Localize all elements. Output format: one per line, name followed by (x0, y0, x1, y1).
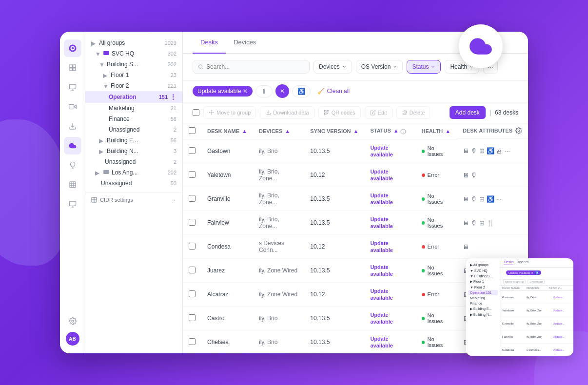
sidebar-item-marketing[interactable]: Marketing 21 (85, 103, 182, 114)
trash-icon (402, 110, 408, 116)
filter-devices[interactable]: Devices (314, 60, 352, 74)
row-checkbox[interactable] (189, 219, 196, 226)
chip-pause[interactable]: ⏸ (255, 85, 273, 97)
tab-devices[interactable]: Devices (226, 32, 264, 54)
select-all-checkbox[interactable] (193, 109, 199, 116)
sidebar-item-finance[interactable]: Finance 56 (85, 114, 182, 124)
cell-desk-attributes: 🖥 (457, 235, 528, 259)
close-icon: ✕ (280, 88, 285, 95)
sidebar-item-camera[interactable] (64, 98, 81, 116)
sidebar-item-lightbulb[interactable] (64, 156, 81, 174)
cloud-icon (459, 24, 503, 68)
sidebar-item-cloud[interactable] (64, 137, 81, 154)
qr-codes-button[interactable]: QR codes (318, 106, 361, 119)
avatar[interactable]: AB (66, 332, 79, 346)
search-input[interactable] (206, 63, 304, 70)
cell-status: Update available (364, 163, 415, 187)
chip-update-available[interactable]: Update available ✕ (193, 86, 253, 96)
cell-health: No Issues (416, 259, 457, 283)
cell-status: Update available (364, 211, 415, 235)
filter-os-version[interactable]: OS Version (356, 60, 403, 74)
cell-devices: ily, Brio (253, 139, 304, 163)
sidebar-item-floor2[interactable]: ▼ Floor 2 221 (85, 80, 182, 91)
sidebar-item-layers[interactable] (64, 59, 81, 77)
sidebar-item-devices[interactable] (64, 78, 81, 96)
cell-desk-attributes: 🖥🎙⊞♿··· (457, 187, 528, 211)
row-checkbox[interactable] (189, 171, 196, 178)
table-row: Gastown ily, Brio 10.13.5 Update availab… (183, 139, 528, 163)
sidebar-item-unassigned-svc[interactable]: Unassigned 2 (85, 156, 182, 167)
row-checkbox[interactable] (189, 290, 196, 297)
row-checkbox[interactable] (189, 195, 196, 202)
add-desk-button[interactable]: Add desk (450, 106, 486, 119)
sidebar-item-building-s[interactable]: ▼ Building S... 302 (85, 59, 182, 70)
cell-health: Error (416, 235, 457, 259)
sidebar-item-settings[interactable] (64, 312, 81, 330)
sidebar-item-grid[interactable] (64, 176, 81, 193)
cell-status: Update available (364, 307, 415, 330)
clean-all-button[interactable]: 🧹 Clean all (314, 86, 353, 96)
cell-health: No Issues (416, 307, 457, 330)
sidebar-item-los-ang[interactable]: ▶ Los Ang... 202 (85, 167, 182, 178)
svg-rect-34 (324, 111, 326, 113)
sidebar-item-unassigned-floor2[interactable]: Unassigned 2 (85, 124, 182, 135)
svg-rect-17 (69, 201, 76, 206)
mini-preview-card: ▶ All groups ▼ SVC HQ ▼ Building S... ▶ … (466, 258, 573, 356)
cell-devices: ily, Brio, Zone... (253, 211, 304, 235)
download-data-button[interactable]: Download data (260, 106, 314, 119)
sidebar-item-svc-hq[interactable]: ▼ SVC HQ 302 (85, 48, 182, 59)
cell-devices: s Devices Conn... (253, 235, 304, 259)
row-checkbox[interactable] (189, 267, 196, 273)
sidebar-item-logo[interactable] (64, 39, 81, 57)
sidebar-item-building-e[interactable]: ▶ Building E... 56 (85, 135, 182, 146)
cell-devices: ily, Brio, Zone... (253, 163, 304, 187)
col-desk-attributes: DESK ATTRIBUTES (457, 123, 528, 138)
table-row: Granville ily, Brio, Zone... 10.13.5 Upd… (183, 187, 528, 211)
row-checkbox[interactable] (189, 147, 196, 154)
cell-devices: ily, Brio (253, 330, 304, 354)
svg-point-2 (71, 47, 74, 50)
row-checkbox[interactable] (189, 314, 196, 321)
cell-health: No Issues (416, 330, 457, 354)
sidebar-item-floor1[interactable]: ▶ Floor 1 23 (85, 70, 182, 80)
cell-sync-version: 10.12 (304, 283, 364, 307)
table-row: Fairview ily, Brio, Zone... 10.13.5 Upda… (183, 211, 528, 235)
col-desk-name: DESK NAME ▲ (201, 123, 253, 139)
header-checkbox[interactable] (189, 127, 196, 134)
cell-desk-name: Castro (201, 307, 253, 330)
svg-rect-6 (73, 68, 75, 71)
sidebar: ▶ All groups 1029 ▼ SVC HQ 302 ▼ Buildin… (85, 32, 183, 353)
sidebar-item-all-groups[interactable]: ▶ All groups 1029 (85, 38, 182, 48)
cell-status: Update available (364, 259, 415, 283)
row-checkbox[interactable] (189, 243, 196, 250)
move-to-group-button[interactable]: Move to group (203, 106, 256, 119)
col-status: STATUS ▲ (364, 123, 415, 139)
sidebar-item-screen[interactable] (64, 195, 81, 213)
cell-status: Update available (364, 235, 415, 259)
row-checkbox[interactable] (189, 338, 196, 345)
col-health: HEALTH ▲ (416, 123, 457, 139)
svg-point-30 (198, 65, 202, 68)
chip-close-icon[interactable]: ✕ (243, 88, 248, 95)
chip-x-button[interactable]: ✕ (275, 84, 289, 98)
sidebar-item-operation[interactable]: Operation 151 ⋮ (85, 91, 182, 103)
sidebar-item-building-n[interactable]: ▶ Building N... 3 (85, 146, 182, 156)
cell-sync-version: 10.12 (304, 163, 364, 187)
filter-status[interactable]: Status (407, 60, 441, 74)
cell-status: Update available (364, 283, 415, 307)
sidebar-item-unassigned-los[interactable]: Unassigned 50 (85, 178, 182, 189)
svg-rect-21 (103, 51, 109, 55)
svg-rect-24 (103, 170, 109, 174)
cell-desk-attributes: 🖥🎙 (457, 163, 528, 187)
edit-button[interactable]: Edit (365, 106, 392, 119)
table-row: Condesa s Devices Conn... 10.12 Update a… (183, 235, 528, 259)
tab-desks[interactable]: Desks (193, 32, 226, 54)
sidebar-item-download[interactable] (64, 117, 81, 135)
chip-accessible[interactable]: ♿ (292, 85, 311, 97)
svg-rect-35 (327, 111, 329, 113)
cidr-settings[interactable]: CIDR settings → (85, 192, 182, 207)
delete-button[interactable]: Delete (396, 106, 431, 119)
svg-rect-3 (70, 65, 72, 67)
settings-icon[interactable] (515, 127, 522, 134)
search-box[interactable] (193, 60, 310, 74)
